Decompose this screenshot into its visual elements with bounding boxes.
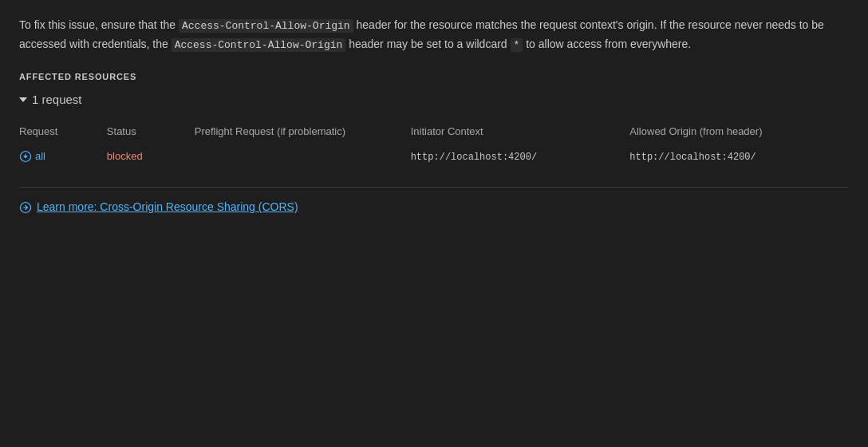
request-link[interactable]: all — [19, 148, 101, 164]
desc-part4: to allow access from everywhere. — [523, 38, 691, 50]
learn-more-text: Learn more: Cross-Origin Resource Sharin… — [37, 199, 298, 216]
table-header-row: Request Status Preflight Request (if pro… — [19, 121, 849, 146]
resources-table: Request Status Preflight Request (if pro… — [19, 121, 849, 168]
download-icon — [19, 150, 32, 163]
col-header-allowed: Allowed Origin (from header) — [629, 121, 849, 146]
col-header-initiator: Initiator Context — [411, 121, 630, 146]
desc-code2: Access-Control-Allow-Origin — [172, 38, 346, 52]
request-toggle[interactable]: 1 request — [19, 91, 849, 109]
triangle-icon — [19, 97, 27, 102]
initiator-value: http://localhost:4200/ — [411, 152, 537, 163]
allowed-cell: http://localhost:4200/ — [629, 145, 849, 168]
preflight-cell — [195, 145, 411, 168]
desc-part1: To fix this issue, ensure that the — [19, 18, 179, 31]
initiator-cell: http://localhost:4200/ — [411, 145, 630, 168]
desc-code1: Access-Control-Allow-Origin — [179, 19, 353, 33]
toggle-label: 1 request — [32, 91, 82, 109]
table-row: all blocked http://localhost:4200/ http:… — [19, 145, 849, 168]
learn-more-section: Learn more: Cross-Origin Resource Sharin… — [19, 187, 849, 216]
request-cell[interactable]: all — [19, 145, 107, 168]
description-paragraph: To fix this issue, ensure that the Acces… — [19, 16, 849, 54]
status-cell: blocked — [107, 145, 195, 168]
desc-wildcard: * — [511, 38, 523, 52]
external-link-icon — [19, 201, 32, 214]
allowed-value: http://localhost:4200/ — [629, 152, 756, 163]
desc-part3: header may be set to a wildcard — [345, 38, 510, 50]
request-text: all — [35, 148, 45, 164]
status-badge: blocked — [107, 150, 143, 162]
col-header-preflight: Preflight Request (if problematic) — [195, 121, 411, 146]
learn-more-link[interactable]: Learn more: Cross-Origin Resource Sharin… — [19, 199, 849, 216]
col-header-request: Request — [19, 121, 107, 146]
section-label: AFFECTED RESOURCES — [19, 70, 849, 84]
col-header-status: Status — [107, 121, 195, 146]
